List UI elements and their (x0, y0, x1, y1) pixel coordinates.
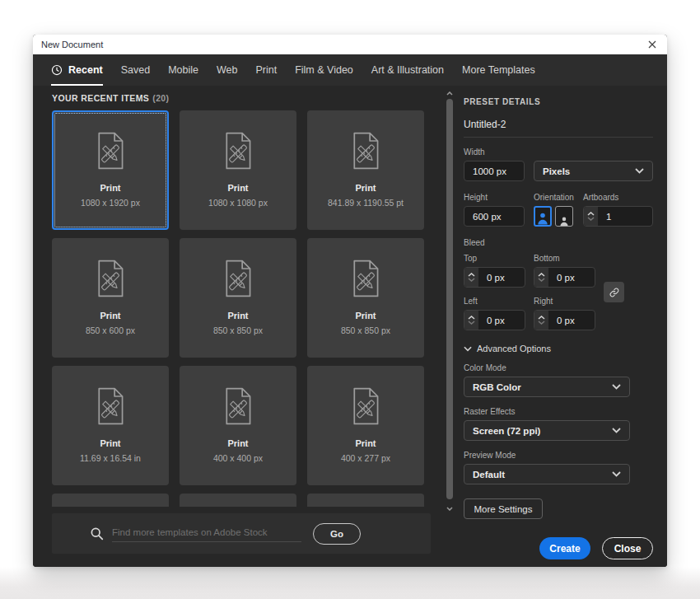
chevron-down-icon (612, 428, 621, 433)
bleed-bottom-stepper[interactable]: 0 px (534, 267, 595, 288)
template-type: Print (227, 183, 248, 193)
stock-search-input[interactable] (112, 525, 301, 542)
document-template-icon (349, 131, 382, 171)
template-dimensions: 850 x 850 px (213, 325, 263, 335)
template-card[interactable]: Print850 x 850 px (307, 238, 424, 358)
template-type: Print (227, 438, 248, 448)
stepper-arrows[interactable] (464, 311, 478, 330)
template-card-partial[interactable] (307, 494, 424, 507)
chevron-up-icon[interactable] (468, 316, 475, 320)
preview-mode-label: Preview Mode (464, 451, 653, 460)
advanced-options-toggle[interactable]: Advanced Options (464, 344, 653, 353)
tab-label: Saved (121, 64, 150, 76)
tab-label: Mobile (168, 64, 198, 76)
template-dimensions: 400 x 277 px (341, 453, 390, 463)
template-card[interactable]: Print1080 x 1080 px (180, 110, 296, 230)
raster-effects-value: Screen (72 ppi) (473, 426, 540, 436)
scrollbar-thumb[interactable] (446, 99, 453, 499)
portrait-orientation-icon (536, 211, 549, 225)
units-dropdown[interactable]: Pixels (534, 161, 653, 181)
template-card-partial[interactable] (180, 494, 296, 507)
template-dimensions: 850 x 850 px (341, 325, 390, 335)
recent-items-label: YOUR RECENT ITEMS (52, 93, 149, 103)
template-card-partial[interactable] (52, 494, 169, 507)
dialog-title: New Document (41, 40, 103, 49)
stepper-value[interactable]: 0 px (548, 311, 595, 330)
tab-label: Web (217, 64, 237, 76)
scrollbar-down-icon[interactable] (446, 504, 454, 512)
chevron-down-icon[interactable] (468, 321, 475, 325)
chevron-up-icon[interactable] (468, 273, 475, 277)
bleed-top-label: Top (464, 254, 525, 263)
tab-more-templates[interactable]: More Templates (462, 54, 535, 86)
document-name-input[interactable] (464, 119, 653, 130)
tab-art-illustration[interactable]: Art & Illustration (371, 54, 444, 86)
orientation-landscape-button[interactable] (555, 206, 573, 227)
stepper-arrows[interactable] (534, 311, 548, 330)
chevron-up-icon[interactable] (538, 273, 545, 277)
stepper-value[interactable]: 0 px (478, 311, 525, 330)
go-button[interactable]: Go (313, 523, 361, 545)
template-dimensions: 400 x 400 px (213, 453, 263, 463)
document-template-icon (222, 259, 254, 298)
document-template-icon (349, 259, 382, 298)
more-settings-button[interactable]: More Settings (464, 498, 543, 519)
bleed-left-label: Left (464, 297, 525, 306)
document-template-icon (94, 131, 127, 171)
units-value: Pixels (543, 166, 570, 176)
bleed-label: Bleed (464, 238, 653, 247)
template-card[interactable]: Print841.89 x 1190.55 pt (307, 110, 424, 230)
stepper-value[interactable]: 0 px (548, 268, 595, 287)
close-button[interactable]: Close (602, 537, 653, 559)
template-card[interactable]: Print850 x 850 px (180, 238, 296, 358)
tab-print[interactable]: Print (255, 54, 277, 86)
chevron-down-icon[interactable] (587, 217, 595, 221)
preview-mode-dropdown[interactable]: Default (464, 464, 630, 484)
template-card[interactable]: Print1080 x 1920 px (52, 110, 169, 230)
raster-effects-label: Raster Effects (464, 407, 653, 416)
stepper-arrows[interactable] (464, 268, 478, 287)
chevron-down-icon[interactable] (538, 321, 545, 325)
tab-bar: RecentSavedMobileWebPrintFilm & VideoArt… (33, 54, 667, 86)
bleed-link-button[interactable] (604, 282, 624, 302)
raster-effects-dropdown[interactable]: Screen (72 ppi) (464, 420, 630, 441)
chevron-up-icon[interactable] (587, 212, 595, 216)
template-grid-partial-row (52, 494, 424, 507)
recent-items-heading: YOUR RECENT ITEMS(20) (52, 86, 455, 103)
tab-film-video[interactable]: Film & Video (295, 54, 353, 86)
stepper-arrows[interactable] (534, 268, 548, 287)
template-card[interactable]: Print850 x 600 px (52, 238, 169, 358)
stepper-value[interactable]: 0 px (478, 268, 525, 287)
tab-recent[interactable]: Recent (51, 54, 103, 86)
chevron-up-icon[interactable] (538, 316, 545, 320)
tab-saved[interactable]: Saved (121, 54, 150, 86)
tab-web[interactable]: Web (217, 54, 237, 86)
orientation-portrait-button[interactable] (534, 206, 552, 227)
height-input[interactable] (464, 206, 525, 227)
scrollbar-up-icon[interactable] (446, 89, 454, 97)
chevron-down-icon[interactable] (538, 278, 545, 282)
template-type: Print (355, 438, 376, 448)
create-button[interactable]: Create (539, 537, 590, 559)
tab-label: Film & Video (295, 64, 353, 76)
stepper-value[interactable]: 1 (598, 207, 652, 226)
width-input[interactable] (464, 161, 525, 181)
bleed-top-stepper[interactable]: 0 px (464, 267, 525, 288)
artboards-stepper[interactable]: 1 (583, 206, 653, 227)
dialog-close-button[interactable] (646, 38, 659, 51)
tab-label: Print (255, 64, 277, 76)
preview-mode-value: Default (473, 470, 505, 480)
color-mode-dropdown[interactable]: RGB Color (464, 377, 630, 397)
dialog-content: YOUR RECENT ITEMS(20) Print1080 x 1920 p… (33, 86, 667, 567)
tab-mobile[interactable]: Mobile (168, 54, 198, 86)
bleed-right-label: Right (534, 297, 595, 306)
advanced-options-label: Advanced Options (477, 344, 551, 353)
bleed-right-stepper[interactable]: 0 px (534, 310, 595, 330)
chevron-down-icon[interactable] (468, 278, 475, 282)
stepper-arrows[interactable] (584, 207, 598, 226)
template-card[interactable]: Print400 x 277 px (307, 366, 424, 485)
recent-templates-panel: YOUR RECENT ITEMS(20) Print1080 x 1920 p… (33, 86, 455, 567)
template-card[interactable]: Print400 x 400 px (180, 366, 296, 485)
bleed-left-stepper[interactable]: 0 px (464, 310, 525, 330)
template-card[interactable]: Print11.69 x 16.54 in (52, 366, 169, 485)
